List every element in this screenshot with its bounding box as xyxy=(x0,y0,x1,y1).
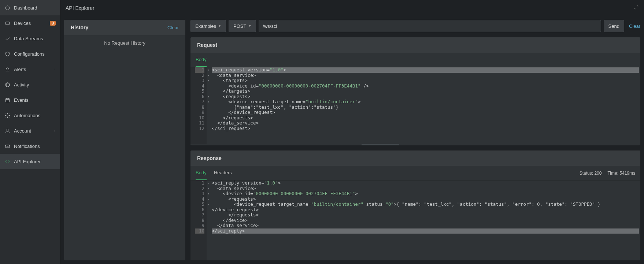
gauge-icon xyxy=(4,5,10,11)
sidebar-item-label: Dashboard xyxy=(14,5,56,11)
history-panel: History Clear No Request History xyxy=(64,20,185,260)
history-title: History xyxy=(71,25,88,30)
send-label: Send xyxy=(608,23,619,29)
sidebar-item-label: Notifications xyxy=(14,144,56,149)
expand-button[interactable] xyxy=(634,5,639,11)
calendar-icon xyxy=(4,97,10,103)
request-toolbar: Examples ▼ POST ▼ Send Clear xyxy=(190,20,640,32)
send-button[interactable]: Send xyxy=(604,20,624,32)
sidebar-item-label: Events xyxy=(14,97,56,103)
sidebar: DashboardDevices3Data StreamsConfigurati… xyxy=(0,0,60,264)
bell-icon xyxy=(4,66,10,72)
chevron-left-icon xyxy=(53,128,56,134)
response-status: Status: 200 xyxy=(580,171,602,176)
caret-down-icon: ▼ xyxy=(248,24,251,28)
activity-icon xyxy=(4,82,10,88)
svg-point-5 xyxy=(7,129,8,131)
sidebar-item-label: Alerts xyxy=(14,67,49,72)
page-title: API Explorer xyxy=(66,5,95,11)
explorer-body: History Clear No Request History Example… xyxy=(60,16,644,264)
request-editor[interactable]: 123456789101112▾▾▾▾▾<sci_request version… xyxy=(190,67,640,144)
request-panel: Request Body 123456789101112▾▾▾▾▾<sci_re… xyxy=(190,37,640,145)
sidebar-item-events[interactable]: Events xyxy=(0,92,60,108)
progress-fill xyxy=(362,144,399,145)
response-meta: Status: 200 Time: 5419ms xyxy=(580,171,635,176)
main-area: API Explorer History Clear No Request Hi… xyxy=(60,0,644,264)
response-time: Time: 5419ms xyxy=(607,171,635,176)
method-dropdown[interactable]: POST ▼ xyxy=(229,20,256,32)
sidebar-item-label: Automations xyxy=(14,113,56,118)
examples-dropdown[interactable]: Examples ▼ xyxy=(190,20,226,32)
tab-request-body[interactable]: Body xyxy=(196,53,207,67)
mail-icon xyxy=(4,143,10,149)
chart-icon xyxy=(4,36,10,41)
svg-rect-6 xyxy=(5,145,9,148)
chevron-left-icon xyxy=(53,67,56,72)
history-header: History Clear xyxy=(64,20,185,35)
sidebar-item-activity[interactable]: Activity xyxy=(0,77,60,92)
request-area: Examples ▼ POST ▼ Send Clear xyxy=(190,20,640,260)
sidebar-item-dashboard[interactable]: Dashboard xyxy=(0,0,60,15)
sidebar-item-automations[interactable]: Automations xyxy=(0,108,60,123)
response-tabs: Body Headers Status: 200 Time: 5419ms xyxy=(190,166,640,181)
svg-rect-1 xyxy=(5,22,9,25)
history-empty-text: No Request History xyxy=(64,35,185,51)
request-panel-header: Request xyxy=(190,37,640,53)
path-input[interactable] xyxy=(259,20,601,32)
sidebar-item-configurations[interactable]: Configurations xyxy=(0,46,60,62)
svg-point-4 xyxy=(7,115,8,116)
tab-response-body[interactable]: Body xyxy=(196,166,207,180)
response-panel: Response Body Headers Status: 200 Time: … xyxy=(190,150,640,260)
sidebar-item-label: Activity xyxy=(14,82,56,88)
sidebar-item-label: Devices xyxy=(14,21,46,26)
caret-down-icon: ▼ xyxy=(218,24,221,28)
shield-icon xyxy=(4,51,10,57)
gear-icon xyxy=(4,112,10,118)
request-panel-title: Request xyxy=(197,42,217,48)
badge: 3 xyxy=(50,21,56,26)
history-clear-link[interactable]: Clear xyxy=(167,25,179,30)
sidebar-item-alerts[interactable]: Alerts xyxy=(0,62,60,77)
sidebar-item-notifications[interactable]: Notifications xyxy=(0,138,60,154)
sidebar-item-label: Configurations xyxy=(14,51,56,57)
response-panel-header: Response xyxy=(190,150,640,166)
examples-label: Examples xyxy=(195,23,216,29)
sidebar-item-data-streams[interactable]: Data Streams xyxy=(0,31,60,46)
response-panel-title: Response xyxy=(197,155,222,161)
sidebar-item-devices[interactable]: Devices3 xyxy=(0,15,60,31)
request-tabs: Body xyxy=(190,53,640,67)
sidebar-item-label: Account xyxy=(14,128,49,134)
response-editor[interactable]: 12345678910▾▾▾▾▾<sci_reply version="1.0"… xyxy=(190,181,640,260)
sidebar-item-label: API Explorer xyxy=(14,159,56,164)
method-label: POST xyxy=(233,23,246,29)
device-icon xyxy=(4,20,10,26)
sidebar-item-api-explorer[interactable]: API Explorer xyxy=(0,154,60,169)
topbar: API Explorer xyxy=(60,0,644,16)
request-progress-bar xyxy=(190,144,640,145)
toolbar-clear-link[interactable]: Clear xyxy=(629,23,640,29)
svg-rect-3 xyxy=(5,98,9,102)
sidebar-item-account[interactable]: Account xyxy=(0,123,60,138)
user-icon xyxy=(4,128,10,134)
code-icon xyxy=(4,159,10,164)
sidebar-item-label: Data Streams xyxy=(14,36,56,41)
tab-response-headers[interactable]: Headers xyxy=(214,166,232,180)
